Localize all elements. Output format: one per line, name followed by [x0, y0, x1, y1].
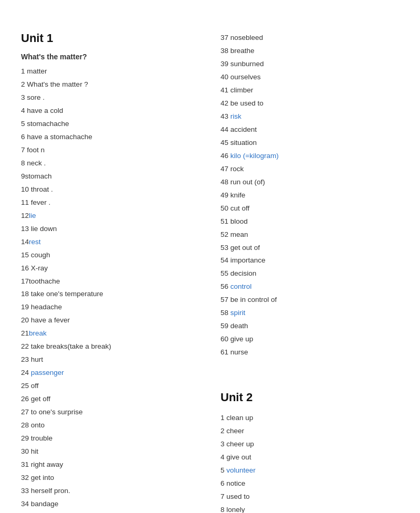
list-item: 9stomach — [21, 170, 200, 183]
list-item: 43 risk — [220, 110, 399, 123]
list-item: 14rest — [21, 236, 200, 249]
list-item: 3 cheer up — [220, 438, 399, 451]
list-item: 57 be in control of — [220, 294, 399, 307]
list-item: 10 throat . — [21, 183, 200, 196]
list-item: 16 X-ray — [21, 262, 200, 275]
list-item: 48 run out (of) — [220, 176, 399, 189]
list-item: 58 spirit — [220, 307, 399, 320]
list-item: 46 kilo (=kilogram) — [220, 150, 399, 163]
list-item: 37 nosebleed — [220, 32, 399, 45]
list-item: 39 sunburned — [220, 58, 399, 71]
unit1-right-word-list: 37 nosebleed38 breathe39 sunburned40 our… — [220, 32, 399, 359]
unit2-section: Unit 2 1 clean up2 cheer3 cheer up4 give… — [220, 391, 399, 513]
list-item: 56 control — [220, 280, 399, 294]
list-item: 61 nurse — [220, 346, 399, 359]
list-item: 17toothache — [21, 275, 200, 288]
list-item: 4 have a cold — [21, 104, 200, 118]
list-item: 6 have a stomachache — [21, 131, 200, 144]
list-item: 55 decision — [220, 267, 399, 280]
list-item: 22 take breaks(take a break) — [21, 340, 200, 353]
list-item: 33 herself pron. — [21, 485, 200, 498]
list-item: 23 hurt — [21, 353, 200, 367]
list-item: 3 sore . — [21, 91, 200, 104]
list-item: 52 mean — [220, 228, 399, 242]
list-item: 13 lie down — [21, 223, 200, 236]
list-item: 15 cough — [21, 249, 200, 262]
right-column: 37 nosebleed38 breathe39 sunburned40 our… — [220, 32, 399, 513]
list-item: 25 off — [21, 380, 200, 393]
list-item: 31 right away — [21, 458, 200, 472]
list-item: 38 breathe — [220, 45, 399, 58]
list-item: 30 hit — [21, 445, 200, 458]
list-item: 7 foot n — [21, 144, 200, 157]
list-item: 19 headache — [21, 301, 200, 314]
list-item: 18 take one's temperature — [21, 288, 200, 301]
list-item: 51 blood — [220, 215, 399, 228]
list-item: 21break — [21, 327, 200, 340]
list-item: 4 give out — [220, 451, 399, 464]
list-item: 54 importance — [220, 254, 399, 267]
unit1-title: Unit 1 — [21, 32, 200, 45]
list-item: 44 accident — [220, 123, 399, 137]
list-item: 26 get off — [21, 393, 200, 406]
list-item: 60 give up — [220, 333, 399, 346]
list-item: 42 be used to — [220, 97, 399, 110]
list-item: 41 climber — [220, 84, 399, 97]
list-item: 11 fever . — [21, 196, 200, 210]
list-item: 47 rock — [220, 163, 399, 176]
list-item: 6 notice — [220, 477, 399, 490]
left-column: Unit 1 What's the matter? 1 matter2 What… — [21, 32, 200, 513]
list-item: 35 sick — [21, 511, 200, 513]
list-item: 27 to one's surprise — [21, 406, 200, 419]
list-item: 2 What's the matter ? — [21, 78, 200, 91]
list-item: 5 stomachache — [21, 118, 200, 131]
list-item: 2 cheer — [220, 425, 399, 438]
list-item: 1 clean up — [220, 412, 399, 425]
list-item: 40 ourselves — [220, 71, 399, 84]
list-item: 53 get out of — [220, 242, 399, 255]
list-item: 5 volunteer — [220, 464, 399, 477]
list-item: 28 onto — [21, 419, 200, 432]
list-item: 32 get into — [21, 472, 200, 485]
list-item: 29 trouble — [21, 432, 200, 445]
unit1-word-list: 1 matter2 What's the matter ?3 sore .4 h… — [21, 65, 200, 513]
list-item: 8 lonely — [220, 504, 399, 513]
list-item: 49 knife — [220, 189, 399, 202]
list-item: 8 neck . — [21, 157, 200, 170]
list-item: 34 bandage — [21, 498, 200, 511]
list-item: 24 passenger — [21, 367, 200, 380]
unit2-word-list: 1 clean up2 cheer3 cheer up4 give out5 v… — [220, 412, 399, 513]
list-item: 45 situation — [220, 137, 399, 150]
page-container: Unit 1 What's the matter? 1 matter2 What… — [21, 32, 399, 513]
list-item: 59 death — [220, 320, 399, 333]
list-item: 50 cut off — [220, 202, 399, 215]
list-item: 7 used to — [220, 490, 399, 504]
list-item: 20 have a fever — [21, 314, 200, 327]
unit2-title: Unit 2 — [220, 391, 399, 404]
list-item: 12lie — [21, 210, 200, 223]
unit1-section-heading: What's the matter? — [21, 53, 200, 61]
list-item: 1 matter — [21, 65, 200, 78]
